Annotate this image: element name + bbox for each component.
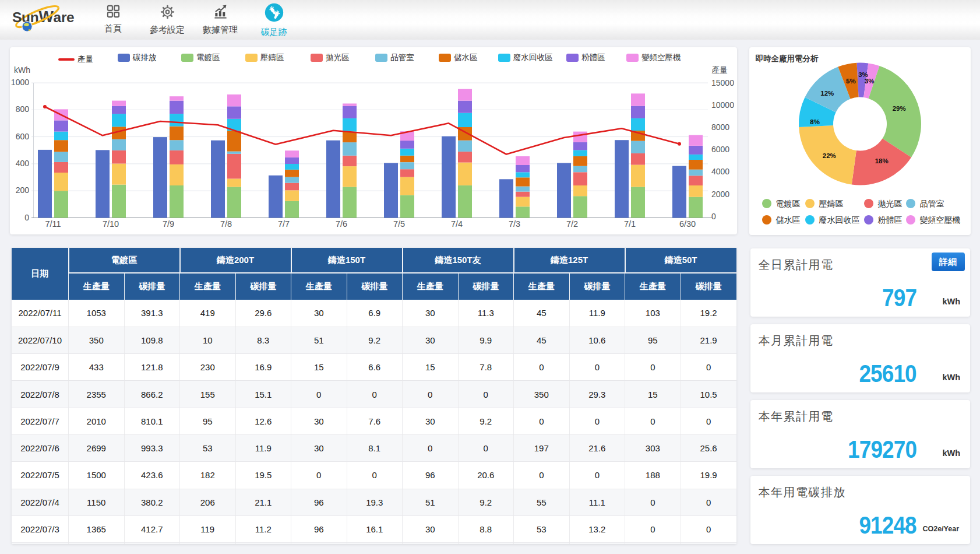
svg-text:22%: 22% — [822, 152, 836, 159]
svg-text:29%: 29% — [892, 105, 905, 112]
svg-text:5%: 5% — [845, 78, 855, 85]
svg-text:8%: 8% — [810, 118, 820, 125]
svg-text:3%: 3% — [864, 78, 874, 85]
svg-text:18%: 18% — [875, 157, 888, 164]
svg-text:12%: 12% — [820, 90, 834, 97]
